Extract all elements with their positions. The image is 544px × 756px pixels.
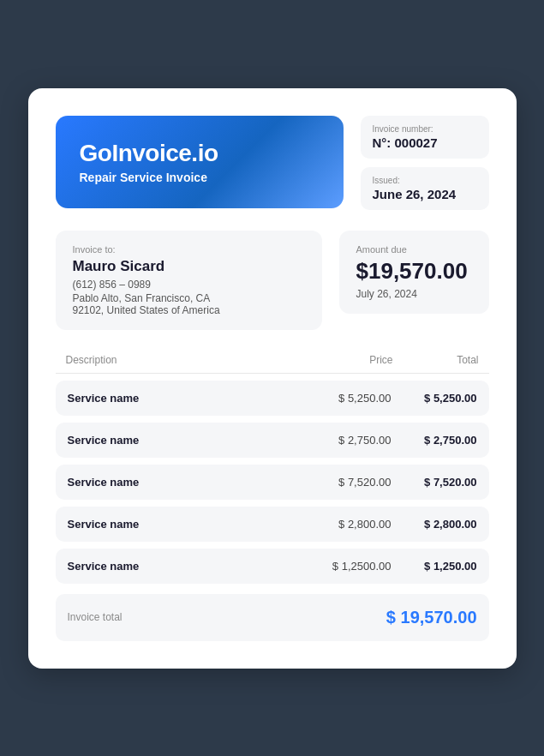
- logo-title: GoInvoice.io: [80, 140, 320, 167]
- service-total: $ 2,800.00: [392, 518, 477, 531]
- logo-subtitle: Repair Service Invoice: [80, 171, 320, 184]
- service-name: Service name: [68, 518, 306, 531]
- service-total: $ 2,750.00: [392, 434, 477, 447]
- service-total: $ 1,250.00: [392, 560, 477, 573]
- amount-due-box: Amount due $19,570.00 July 26, 2024: [339, 231, 489, 314]
- invoice-total-label: Invoice total: [68, 611, 123, 623]
- invoice-to-address-line2: 92102, United States of America: [73, 304, 305, 316]
- service-name: Service name: [68, 476, 306, 489]
- logo-box: GoInvoice.io Repair Service Invoice: [56, 116, 344, 208]
- invoice-to-label: Invoice to:: [73, 244, 305, 255]
- service-price: $ 2,750.00: [306, 434, 392, 447]
- table-row: Service name$ 7,520.00$ 7,520.00: [56, 465, 489, 500]
- service-name: Service name: [68, 392, 306, 405]
- invoice-number-value: N°: 000027: [373, 135, 477, 150]
- invoice-issued-label: Issued:: [373, 176, 477, 185]
- invoice-meta: Invoice number: N°: 000027 Issued: June …: [361, 116, 489, 210]
- invoice-total-row: Invoice total $ 19,570.00: [56, 594, 489, 641]
- invoice-number-label: Invoice number:: [373, 124, 477, 134]
- col-price-header: Price: [308, 354, 393, 366]
- service-price: $ 1,2500.00: [306, 560, 392, 573]
- invoice-to-box: Invoice to: Mauro Sicard (612) 856 – 098…: [56, 231, 322, 330]
- table-row: Service name$ 5,250.00$ 5,250.00: [56, 381, 489, 416]
- table-header: Description Price Total: [56, 354, 489, 374]
- invoice-to-section: Invoice to: Mauro Sicard (612) 856 – 098…: [56, 231, 489, 330]
- invoice-issued-value: June 26, 2024: [373, 187, 477, 201]
- invoice-to-address-line1: Pablo Alto, San Francisco, CA: [73, 292, 305, 304]
- table-row: Service name$ 2,750.00$ 2,750.00: [56, 423, 489, 458]
- service-name: Service name: [68, 560, 306, 573]
- amount-due-date: July 26, 2024: [356, 288, 472, 300]
- service-price: $ 2,800.00: [306, 518, 392, 531]
- service-price: $ 5,250.00: [306, 392, 392, 405]
- invoice-total-value: $ 19,570.00: [386, 608, 477, 627]
- service-total: $ 5,250.00: [392, 392, 477, 405]
- invoice-to-name: Mauro Sicard: [73, 258, 305, 275]
- service-price: $ 7,520.00: [306, 476, 392, 489]
- invoice-number-box: Invoice number: N°: 000027: [361, 116, 489, 159]
- col-total-header: Total: [393, 354, 479, 366]
- service-name: Service name: [68, 434, 306, 447]
- service-rows-container: Service name$ 5,250.00$ 5,250.00Service …: [56, 381, 489, 584]
- table-row: Service name$ 1,2500.00$ 1,250.00: [56, 549, 489, 584]
- table-row: Service name$ 2,800.00$ 2,800.00: [56, 507, 489, 542]
- invoice-issued-box: Issued: June 26, 2024: [361, 167, 489, 210]
- header-section: GoInvoice.io Repair Service Invoice Invo…: [56, 116, 489, 210]
- amount-due-label: Amount due: [356, 244, 472, 255]
- col-description-header: Description: [66, 354, 308, 366]
- invoice-to-phone: (612) 856 – 0989: [73, 279, 305, 291]
- invoice-card: GoInvoice.io Repair Service Invoice Invo…: [28, 88, 517, 669]
- service-total: $ 7,520.00: [392, 476, 477, 489]
- table-section: Description Price Total Service name$ 5,…: [56, 354, 489, 641]
- amount-due-value: $19,570.00: [356, 258, 472, 285]
